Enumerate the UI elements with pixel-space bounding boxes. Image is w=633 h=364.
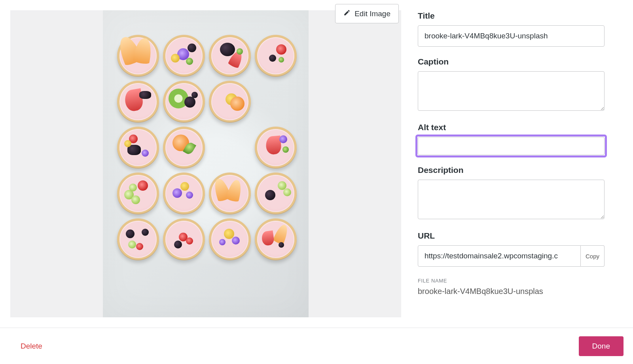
pencil-icon — [343, 9, 351, 18]
image-preview-frame — [10, 10, 401, 317]
file-name-label: FILE NAME — [418, 278, 605, 284]
file-name-value: brooke-lark-V4MBq8kue3U-unsplas — [418, 287, 605, 296]
alt-text-label: Alt text — [418, 123, 605, 132]
title-field[interactable] — [418, 25, 605, 47]
delete-button[interactable]: Delete — [21, 342, 42, 351]
url-label: URL — [418, 231, 605, 241]
url-field[interactable] — [418, 245, 581, 267]
alt-text-field[interactable] — [418, 137, 605, 155]
dialog-footer: Delete Done — [0, 328, 633, 364]
copy-url-button[interactable]: Copy — [581, 245, 605, 267]
image-preview — [103, 10, 309, 317]
edit-image-label: Edit Image — [354, 9, 390, 18]
caption-label: Caption — [418, 57, 605, 66]
title-label: Title — [418, 11, 605, 21]
edit-image-button[interactable]: Edit Image — [335, 4, 399, 23]
preview-subject — [117, 35, 297, 260]
description-label: Description — [418, 165, 605, 175]
attachment-details-form: Title Caption Alt text Description URL C… — [411, 0, 617, 328]
description-field[interactable] — [418, 180, 605, 219]
done-button[interactable]: Done — [579, 336, 624, 356]
image-preview-panel: Edit Image — [0, 0, 411, 328]
caption-field[interactable] — [418, 71, 605, 111]
